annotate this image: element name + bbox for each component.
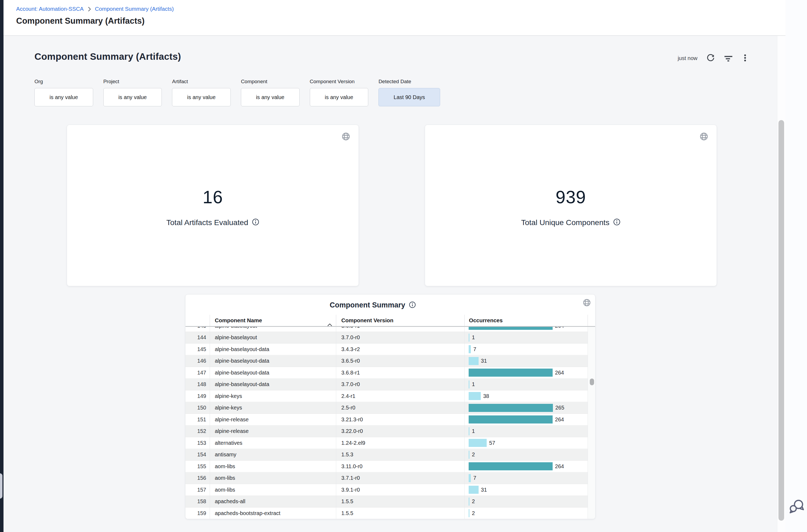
filter-component-version: Component Version is any value: [310, 78, 368, 106]
info-icon[interactable]: [252, 218, 259, 227]
table-row[interactable]: 159apacheds-bootstrap-extract1.5.52: [186, 508, 588, 519]
occurrence-bar: [469, 497, 469, 506]
row-index: 151: [186, 414, 210, 426]
info-icon[interactable]: [613, 218, 620, 227]
filter-component-version-value-button[interactable]: is any value: [310, 88, 368, 106]
filter-label: Detected Date: [379, 78, 440, 85]
info-icon[interactable]: [409, 301, 416, 309]
occurrence-value: 31: [481, 484, 487, 496]
unique-components-value: 939: [425, 188, 716, 206]
table-row[interactable]: 148alpine-baselayout-data3.7.0-r01: [186, 379, 588, 391]
dashboard-filters-button[interactable]: [724, 53, 733, 63]
occurrence-value: 1: [472, 425, 475, 437]
collapsed-sidebar[interactable]: [0, 0, 3, 532]
row-index: 147: [186, 367, 210, 379]
component-name-cell: alternatives: [210, 437, 336, 449]
breadcrumb-account-link[interactable]: Account: Automation-SSCA: [16, 5, 84, 13]
component-version-cell: 3.6.8-r1: [336, 367, 465, 379]
filter-component-value-button[interactable]: is any value: [241, 88, 300, 106]
chevron-right-icon: [88, 7, 91, 12]
occurrence-bar: [469, 368, 553, 377]
column-header-component-name[interactable]: Component Name: [210, 315, 336, 326]
occurrence-value: 7: [473, 344, 476, 355]
filter-org: Org is any value: [35, 78, 93, 106]
column-header-component-version[interactable]: Component Version: [336, 315, 465, 326]
component-summary-card: Component Summary Component Name Compone…: [185, 294, 595, 519]
filter-detected-date-value-button[interactable]: Last 90 Days: [379, 88, 440, 106]
table-row[interactable]: 157aom-libs3.9.1-r031: [186, 484, 588, 496]
component-name-cell: apacheds-all: [210, 496, 336, 508]
table-row[interactable]: 143alpine-baselayout3.6.8-r1264: [186, 327, 588, 332]
occurrence-value: 264: [555, 461, 564, 473]
table-row[interactable]: 158apacheds-all1.5.52: [186, 496, 588, 508]
component-name-cell: alpine-baselayout-data: [210, 355, 336, 367]
occurrence-value: 31: [481, 355, 487, 367]
occurrence-value: 264: [555, 327, 564, 332]
filter-project-value-button[interactable]: is any value: [103, 88, 162, 106]
component-name-cell: apacheds-bootstrap-extract: [210, 508, 336, 519]
occurrence-bar: [469, 486, 479, 494]
table-row[interactable]: 156aom-libs3.7.1-r07: [186, 472, 588, 484]
occurrence-bar: [469, 439, 487, 447]
filter-artifact-value-button[interactable]: is any value: [172, 88, 231, 106]
table-scrollbar-thumb[interactable]: [590, 379, 594, 385]
top-header: Account: Automation-SSCA Component Summa…: [3, 0, 786, 36]
occurrence-value: 2: [472, 508, 475, 519]
table-row[interactable]: 150alpine-keys2.5-r0265: [186, 402, 588, 414]
component-name-cell: aom-libs: [210, 484, 336, 496]
table-row[interactable]: 151alpine-release3.21.3-r0264: [186, 414, 588, 426]
dashboard-menu-button[interactable]: [742, 53, 749, 63]
table-scroll-gutter: [588, 327, 595, 519]
occurrence-bar: [469, 451, 469, 459]
occurrences-cell: 264: [465, 367, 588, 379]
table-row[interactable]: 153alternatives1.24-2.el957: [186, 437, 588, 449]
occurrences-cell: 265: [465, 402, 588, 414]
occurrence-bar: [469, 345, 471, 353]
filter-org-value-button[interactable]: is any value: [35, 88, 93, 106]
table-row[interactable]: 149alpine-keys2.4-r138: [186, 391, 588, 402]
occurrences-cell: 7: [465, 472, 588, 484]
refresh-button[interactable]: [706, 53, 715, 63]
component-name-cell: antisamy: [210, 449, 336, 461]
occurrence-value: 38: [483, 391, 489, 402]
globe-icon: [699, 132, 709, 142]
filter-label: Project: [103, 78, 162, 85]
occurrence-bar: [469, 334, 469, 342]
chat-widget-button[interactable]: [788, 499, 805, 515]
occurrences-cell: 264: [465, 461, 588, 473]
occurrence-value: 57: [489, 437, 495, 449]
row-index: 148: [186, 379, 210, 391]
component-version-cell: 3.4.3-r2: [336, 344, 465, 355]
component-version-cell: 3.6.8-r1: [336, 327, 465, 332]
row-index: 158: [186, 496, 210, 508]
total-artifacts-value: 16: [67, 188, 359, 206]
occurrence-value: 265: [555, 402, 564, 414]
breadcrumb: Account: Automation-SSCA Component Summa…: [16, 5, 174, 13]
occurrences-cell: 2: [465, 508, 588, 519]
component-version-cell: 3.6.5-r0: [336, 355, 465, 367]
refresh-icon: [706, 53, 715, 63]
occurrence-bar: [469, 357, 479, 365]
occurrence-value: 264: [555, 414, 564, 426]
table-header: Component Name Component Version Occurre…: [186, 314, 595, 327]
dashboard-controls: just now: [678, 53, 749, 63]
table-row[interactable]: 154antisamy1.5.32: [186, 449, 588, 461]
row-index: 153: [186, 437, 210, 449]
table-viewport: 143alpine-baselayout3.6.8-r1264144alpine…: [186, 327, 588, 519]
table-row[interactable]: 146alpine-baselayout-data3.6.5-r031: [186, 355, 588, 367]
table-row[interactable]: 145alpine-baselayout-data3.4.3-r27: [186, 344, 588, 355]
chat-bubbles-icon: [788, 511, 805, 515]
table-row[interactable]: 147alpine-baselayout-data3.6.8-r1264: [186, 367, 588, 379]
table-row[interactable]: 152alpine-release3.22.0-r01: [186, 425, 588, 437]
breadcrumb-page-link[interactable]: Component Summary (Artifacts): [95, 5, 174, 13]
occurrence-value: 1: [472, 332, 475, 344]
page-scrollbar-thumb[interactable]: [779, 120, 784, 521]
filter-project: Project is any value: [103, 78, 162, 106]
component-version-cell: 1.5.5: [336, 508, 465, 519]
table-row[interactable]: 155aom-libs3.11.0-r0264: [186, 461, 588, 473]
component-name-cell: alpine-keys: [210, 391, 336, 402]
table-row[interactable]: 144alpine-baselayout3.7.0-r01: [186, 332, 588, 344]
column-header-occurrences[interactable]: Occurrences: [465, 315, 588, 326]
row-index: 159: [186, 508, 210, 519]
last-refreshed-label: just now: [678, 55, 697, 61]
